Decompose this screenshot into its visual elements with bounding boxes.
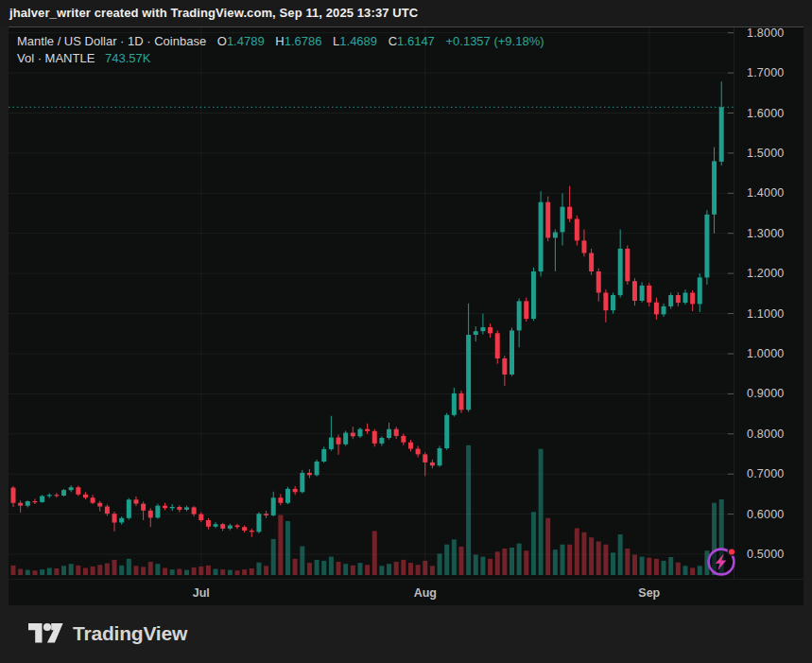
price-axis-label: 1.4000 [747,186,784,200]
grid-layer [9,27,734,579]
change-value: +0.1357 (+9.18%) [445,34,544,48]
chart-widget: Mantle / US Dollar · 1D · Coinbase O1.47… [9,26,803,605]
low-value: 1.4689 [339,34,377,48]
price-axis-label: 1.2000 [747,267,784,280]
price-axis-label: 0.9000 [747,387,784,400]
volume-title: Vol · MANTLE [17,51,95,65]
price-axis-label: 0.5000 [747,548,784,561]
time-axis[interactable]: JulAugSep [9,579,803,605]
price-axis-label: 1.3000 [747,227,784,240]
attribution-text: jhalver_writer created with TradingView.… [9,6,418,20]
legend-row-symbol: Mantle / US Dollar · 1D · Coinbase O1.47… [17,33,544,50]
candlestick-layer [11,81,724,537]
tradingview-logo[interactable]: TradingView [28,619,187,647]
price-axis-label: 1.1000 [747,307,784,321]
price-axis[interactable]: 0.50000.60000.70000.80000.90001.00001.10… [734,27,803,579]
attribution-bar: jhalver_writer created with TradingView.… [0,0,812,26]
price-axis-label: 1.8000 [747,26,784,40]
high-value: 1.6786 [285,34,322,48]
close-label: C [389,34,397,48]
boost-lightning-icon[interactable] [706,547,736,577]
tradingview-logo-mark [28,619,63,647]
price-axis-label: 1.6000 [747,107,784,120]
price-axis-label: 0.8000 [747,427,784,441]
price-axis-label: 1.7000 [747,66,784,79]
open-label: O [217,34,227,48]
price-axis-label: 1.0000 [747,347,784,360]
price-axis-label: 1.5000 [747,147,784,160]
time-axis-label-jul: Jul [193,586,210,600]
price-pane[interactable] [9,27,734,579]
footer-bar: TradingView [0,605,812,663]
legend-row-volume: Vol · MANTLE 743.57K [17,50,544,67]
chart-legend: Mantle / US Dollar · 1D · Coinbase O1.47… [17,33,544,67]
close-value: 1.6147 [397,34,435,48]
volume-value: 743.57K [105,51,150,65]
open-value: 1.4789 [227,34,265,48]
price-axis-label: 0.7000 [747,467,784,480]
notification-dot [728,549,735,556]
time-axis-label-aug: Aug [414,586,437,600]
price-axis-label: 0.6000 [747,508,784,521]
volume-layer [11,445,724,575]
symbol-title: Mantle / US Dollar · 1D · Coinbase [17,34,206,48]
time-axis-label-sep: Sep [638,586,660,600]
tradingview-logo-text: TradingView [73,622,187,645]
high-label: H [275,34,284,48]
